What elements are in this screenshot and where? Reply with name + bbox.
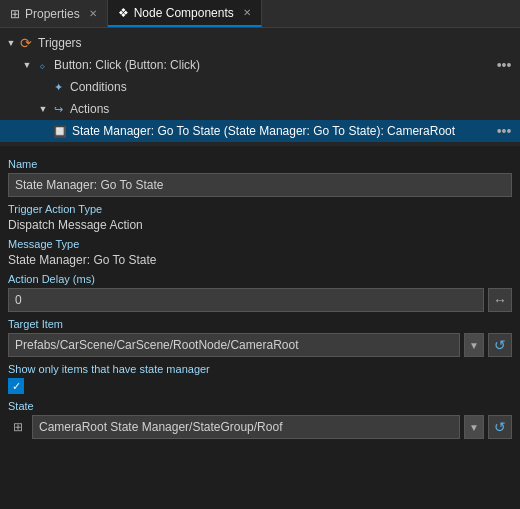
- node-components-tab-label: Node Components: [134, 6, 234, 20]
- name-input[interactable]: [8, 173, 512, 197]
- message-type-group: Message Type State Manager: Go To State: [8, 238, 512, 267]
- target-item-refresh[interactable]: ↺: [488, 333, 512, 357]
- properties-tab-close[interactable]: ✕: [89, 8, 97, 19]
- trigger-action-type-value: Dispatch Message Action: [8, 218, 512, 232]
- button-click-chevron: [20, 58, 34, 72]
- show-only-group: Show only items that have state manager …: [8, 363, 512, 394]
- state-refresh[interactable]: ↺: [488, 415, 512, 439]
- state-row: ⊞ CameraRoot State Manager/StateGroup/Ro…: [8, 415, 512, 439]
- name-label: Name: [8, 158, 512, 170]
- actions-icon: ↪: [50, 101, 66, 117]
- state-grid-icon[interactable]: ⊞: [8, 415, 28, 439]
- state-manager-menu[interactable]: •••: [494, 122, 514, 140]
- tree-item-actions[interactable]: ↪ Actions: [0, 98, 520, 120]
- action-delay-expand[interactable]: ↔: [488, 288, 512, 312]
- state-label: State: [8, 400, 512, 412]
- node-components-tab-close[interactable]: ✕: [243, 7, 251, 18]
- target-item-group: Target Item Prefabs/CarScene/CarScene/Ro…: [8, 318, 512, 357]
- show-only-checkbox[interactable]: ✓: [8, 378, 24, 394]
- tab-node-components[interactable]: ❖ Node Components ✕: [108, 0, 262, 27]
- tree-item-state-manager[interactable]: 🔲 State Manager: Go To State (State Mana…: [0, 120, 520, 142]
- button-click-label: Button: Click (Button: Click): [54, 58, 494, 72]
- conditions-icon: ✦: [50, 79, 66, 95]
- tree-item-button-click[interactable]: ⬦ Button: Click (Button: Click) •••: [0, 54, 520, 76]
- name-group: Name: [8, 158, 512, 197]
- state-manager-label: State Manager: Go To State (State Manage…: [72, 124, 494, 138]
- tab-bar: ⊞ Properties ✕ ❖ Node Components ✕: [0, 0, 520, 28]
- state-select[interactable]: CameraRoot State Manager/StateGroup/Roof: [32, 415, 460, 439]
- triggers-header[interactable]: ⟳ Triggers: [0, 32, 520, 54]
- button-click-icon: ⬦: [34, 57, 50, 73]
- tree-item-conditions[interactable]: ✦ Conditions: [0, 76, 520, 98]
- state-group: State ⊞ CameraRoot State Manager/StateGr…: [8, 400, 512, 439]
- target-item-label: Target Item: [8, 318, 512, 330]
- actions-label: Actions: [70, 102, 514, 116]
- target-item-dropdown-arrow[interactable]: ▼: [464, 333, 484, 357]
- message-type-label: Message Type: [8, 238, 512, 250]
- triggers-icon: ⟳: [18, 35, 34, 51]
- target-item-select[interactable]: Prefabs/CarScene/CarScene/RootNode/Camer…: [8, 333, 460, 357]
- trigger-action-type-label: Trigger Action Type: [8, 203, 512, 215]
- tab-properties[interactable]: ⊞ Properties ✕: [0, 0, 108, 27]
- action-delay-row: ↔: [8, 288, 512, 312]
- tree-panel: ⟳ Triggers ⬦ Button: Click (Button: Clic…: [0, 28, 520, 146]
- action-delay-input[interactable]: [8, 288, 484, 312]
- properties-tab-icon: ⊞: [10, 7, 20, 21]
- node-components-tab-icon: ❖: [118, 6, 129, 20]
- action-delay-group: Action Delay (ms) ↔: [8, 273, 512, 312]
- show-only-label: Show only items that have state manager: [8, 363, 512, 375]
- properties-tab-label: Properties: [25, 7, 80, 21]
- state-manager-icon: 🔲: [52, 123, 68, 139]
- properties-panel: Name Trigger Action Type Dispatch Messag…: [0, 146, 520, 509]
- button-click-menu[interactable]: •••: [494, 56, 514, 74]
- triggers-label: Triggers: [38, 36, 514, 50]
- triggers-chevron: [4, 36, 18, 50]
- trigger-action-type-group: Trigger Action Type Dispatch Message Act…: [8, 203, 512, 232]
- show-only-checkbox-row: ✓: [8, 378, 512, 394]
- action-delay-label: Action Delay (ms): [8, 273, 512, 285]
- target-item-row: Prefabs/CarScene/CarScene/RootNode/Camer…: [8, 333, 512, 357]
- conditions-label: Conditions: [70, 80, 514, 94]
- message-type-value: State Manager: Go To State: [8, 253, 512, 267]
- actions-chevron: [36, 102, 50, 116]
- state-dropdown-arrow[interactable]: ▼: [464, 415, 484, 439]
